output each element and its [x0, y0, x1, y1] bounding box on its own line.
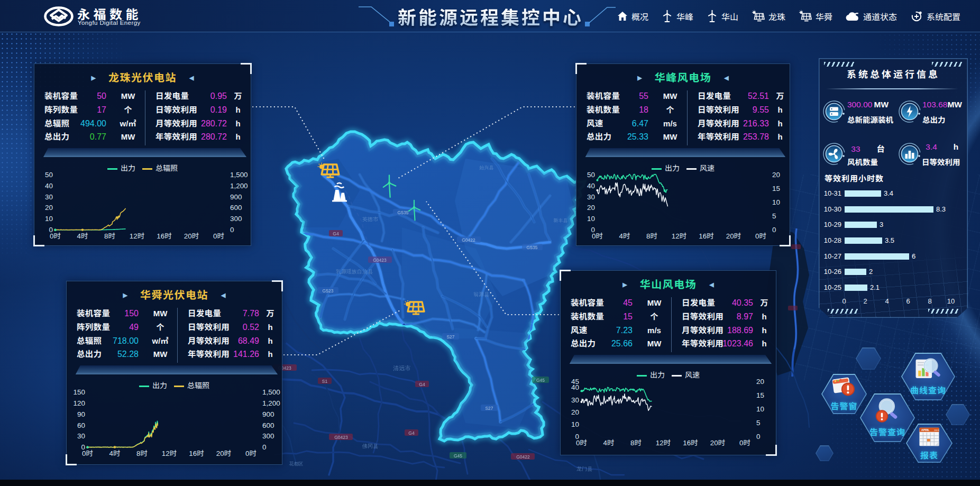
svg-text:0: 0	[230, 226, 234, 234]
svg-text:20: 20	[587, 204, 595, 212]
svg-text:0: 0	[772, 226, 776, 234]
svg-text:0时: 0时	[213, 232, 224, 240]
svg-text:30: 30	[587, 193, 595, 201]
svg-text:4时: 4时	[77, 232, 88, 240]
svg-text:G45: G45	[454, 453, 462, 459]
svg-text:0时: 0时	[576, 439, 587, 447]
svg-text:G4: G4	[333, 231, 339, 236]
svg-text:10: 10	[772, 198, 780, 206]
svg-text:20时: 20时	[726, 232, 741, 240]
svg-text:30: 30	[45, 193, 53, 201]
svg-text:花都区: 花都区	[289, 461, 304, 466]
svg-text:900: 900	[230, 193, 242, 201]
svg-text:英德市: 英德市	[362, 216, 379, 222]
svg-text:0时: 0时	[50, 232, 61, 240]
svg-text:50: 50	[45, 171, 53, 179]
svg-text:600: 600	[230, 204, 242, 212]
svg-text:16时: 16时	[157, 232, 171, 240]
svg-text:0: 0	[262, 443, 266, 451]
svg-text:1,200: 1,200	[230, 182, 248, 190]
svg-text:APRIL: APRIL	[921, 428, 930, 432]
svg-text:1,500: 1,500	[262, 388, 280, 396]
svg-text:15: 15	[772, 185, 780, 192]
svg-text:清远市: 清远市	[393, 365, 411, 371]
svg-text:20: 20	[756, 378, 764, 386]
svg-text:8时: 8时	[136, 450, 148, 457]
svg-text:12时: 12时	[162, 450, 177, 457]
svg-text:10: 10	[45, 215, 53, 223]
svg-text:0时: 0时	[755, 232, 766, 240]
svg-text:S27: S27	[485, 406, 493, 411]
svg-text:30: 30	[77, 432, 85, 440]
svg-text:20: 20	[45, 204, 53, 212]
svg-text:5: 5	[756, 419, 760, 427]
svg-text:40: 40	[571, 384, 579, 392]
svg-text:4时: 4时	[109, 450, 121, 457]
svg-text:150: 150	[74, 388, 85, 396]
svg-text:16时: 16时	[189, 450, 204, 457]
svg-text:乳源瑶族自治县: 乳源瑶族自治县	[336, 269, 373, 274]
svg-text:12时: 12时	[656, 439, 671, 447]
svg-text:0时: 0时	[592, 232, 603, 240]
svg-text:16时: 16时	[683, 439, 698, 447]
svg-text:90: 90	[77, 410, 85, 418]
svg-text:20: 20	[571, 408, 579, 416]
svg-text:20时: 20时	[184, 232, 199, 240]
svg-text:16时: 16时	[699, 232, 713, 240]
svg-text:G0422: G0422	[462, 237, 475, 243]
svg-text:始兴县: 始兴县	[479, 165, 494, 170]
svg-text:900: 900	[262, 410, 274, 418]
svg-text:15: 15	[756, 391, 764, 399]
svg-text:1,200: 1,200	[262, 399, 280, 407]
svg-text:2013: 2013	[934, 429, 939, 432]
svg-text:S1: S1	[322, 379, 328, 384]
svg-text:8时: 8时	[646, 232, 657, 240]
svg-text:G535: G535	[527, 245, 538, 250]
svg-text:0时: 0时	[245, 450, 257, 457]
svg-text:20时: 20时	[216, 450, 231, 457]
svg-text:1,500: 1,500	[230, 171, 248, 179]
svg-text:40: 40	[45, 182, 53, 190]
svg-text:G0423: G0423	[334, 435, 348, 440]
svg-text:0时: 0时	[82, 450, 93, 457]
svg-text:5: 5	[772, 212, 776, 220]
svg-text:G0423: G0423	[373, 258, 387, 263]
svg-text:12时: 12时	[672, 232, 686, 240]
svg-text:G45: G45	[536, 378, 545, 383]
svg-text:120: 120	[74, 399, 85, 407]
svg-text:佛冈县: 佛冈县	[362, 443, 379, 449]
svg-text:0: 0	[756, 433, 760, 441]
svg-text:300: 300	[262, 432, 274, 440]
svg-text:4时: 4时	[619, 232, 630, 240]
svg-text:0时: 0时	[739, 439, 750, 447]
svg-text:G4: G4	[408, 430, 415, 436]
svg-text:40: 40	[587, 182, 595, 190]
svg-text:8时: 8时	[104, 232, 115, 240]
svg-text:20: 20	[772, 171, 780, 179]
svg-text:60: 60	[77, 421, 85, 429]
svg-text:S27: S27	[446, 334, 454, 340]
svg-text:G523: G523	[323, 288, 334, 294]
svg-text:龙门县: 龙门县	[576, 466, 593, 472]
svg-text:G4: G4	[419, 382, 425, 387]
svg-text:翁源县: 翁源县	[473, 291, 490, 297]
svg-text:600: 600	[262, 421, 274, 429]
svg-text:G0422: G0422	[516, 454, 530, 460]
svg-text:4时: 4时	[603, 439, 615, 447]
svg-text:G535: G535	[398, 210, 409, 215]
svg-text:20时: 20时	[710, 439, 725, 447]
svg-text:30: 30	[571, 396, 579, 404]
svg-text:8时: 8时	[630, 439, 642, 447]
svg-text:10: 10	[756, 405, 764, 413]
svg-text:12时: 12时	[130, 232, 144, 240]
svg-text:300: 300	[230, 215, 242, 223]
svg-text:新丰县: 新丰县	[553, 218, 567, 223]
svg-text:50: 50	[587, 171, 595, 179]
svg-text:10: 10	[571, 420, 579, 428]
svg-text:10: 10	[587, 215, 595, 223]
